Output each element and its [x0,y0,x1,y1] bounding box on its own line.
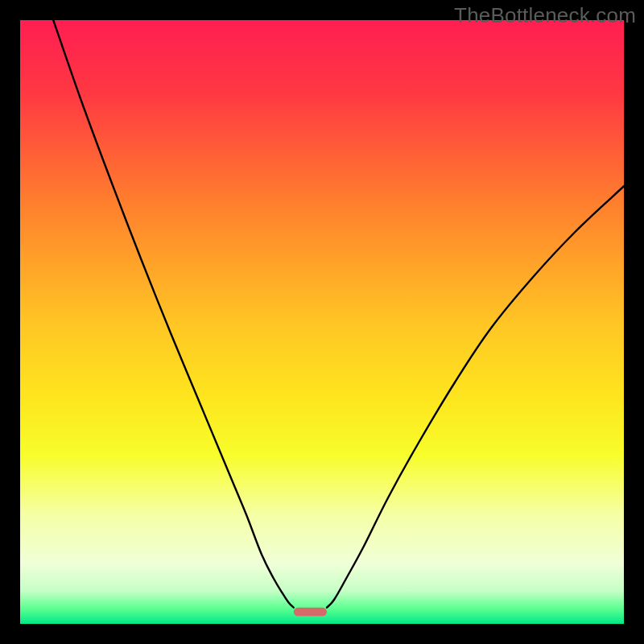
chart-plot-area [20,20,624,624]
chart-svg [20,20,624,624]
chart-background [20,20,624,624]
chart-frame: TheBottleneck.com [0,0,644,644]
watermark-text: TheBottleneck.com [454,3,636,28]
baseline-bar [294,608,327,617]
